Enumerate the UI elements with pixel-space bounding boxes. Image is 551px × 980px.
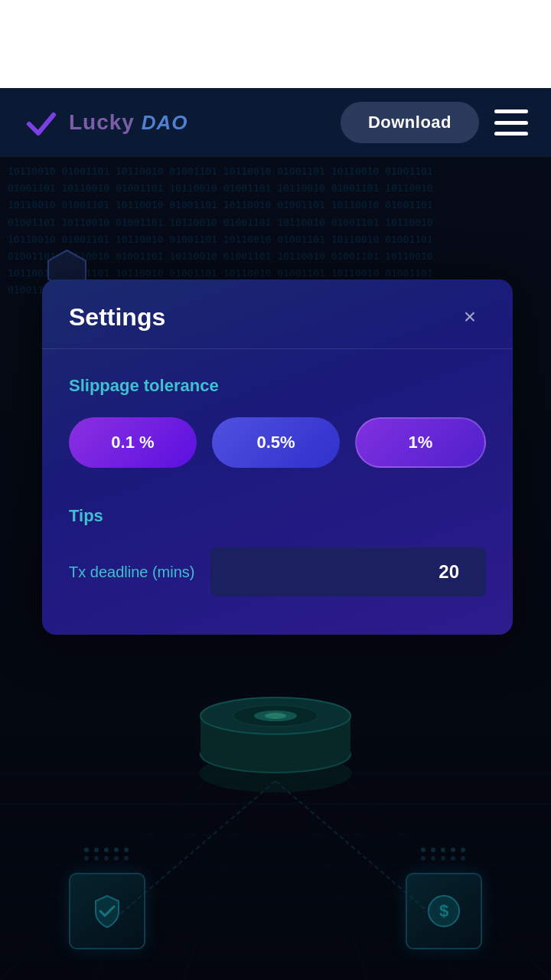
logo-icon: [23, 104, 60, 141]
logo-area: Lucky DAO: [23, 104, 188, 141]
logo-lucky: Lucky: [69, 110, 135, 134]
hamburger-line-1: [494, 109, 528, 113]
slippage-section: Slippage tolerance 0.1 % 0.5% 1%: [69, 376, 486, 468]
slippage-05-button[interactable]: 0.5%: [212, 417, 340, 468]
tx-deadline-input[interactable]: [210, 547, 486, 596]
tips-label: Tips: [69, 506, 486, 526]
modal-header: Settings ×: [42, 279, 513, 349]
close-button[interactable]: ×: [454, 301, 486, 333]
modal-title: Settings: [69, 303, 165, 332]
tx-deadline-label: Tx deadline (mins): [69, 564, 195, 581]
modal-body: Slippage tolerance 0.1 % 0.5% 1% Tips Tx…: [42, 349, 513, 604]
main-content: 10110010 01001101 10110010 01001101 1011…: [0, 157, 551, 980]
hamburger-line-3: [494, 132, 528, 136]
logo-dao: DAO: [142, 111, 188, 134]
hamburger-menu-icon[interactable]: [494, 109, 528, 136]
navbar: Lucky DAO Download: [0, 88, 551, 157]
download-button[interactable]: Download: [341, 102, 479, 143]
slippage-label: Slippage tolerance: [69, 376, 486, 396]
slippage-01-button[interactable]: 0.1 %: [69, 417, 197, 468]
nav-right: Download: [341, 102, 528, 143]
hamburger-line-2: [494, 121, 528, 125]
slippage-1-button[interactable]: 1%: [355, 417, 486, 468]
tx-deadline-row: Tx deadline (mins): [69, 547, 486, 596]
top-bar: [0, 0, 551, 88]
slippage-buttons: 0.1 % 0.5% 1%: [69, 417, 486, 468]
logo-text: Lucky DAO: [69, 110, 188, 135]
tips-section: Tips Tx deadline (mins): [69, 506, 486, 596]
settings-modal: Settings × Slippage tolerance 0.1 % 0.5%…: [42, 279, 513, 635]
